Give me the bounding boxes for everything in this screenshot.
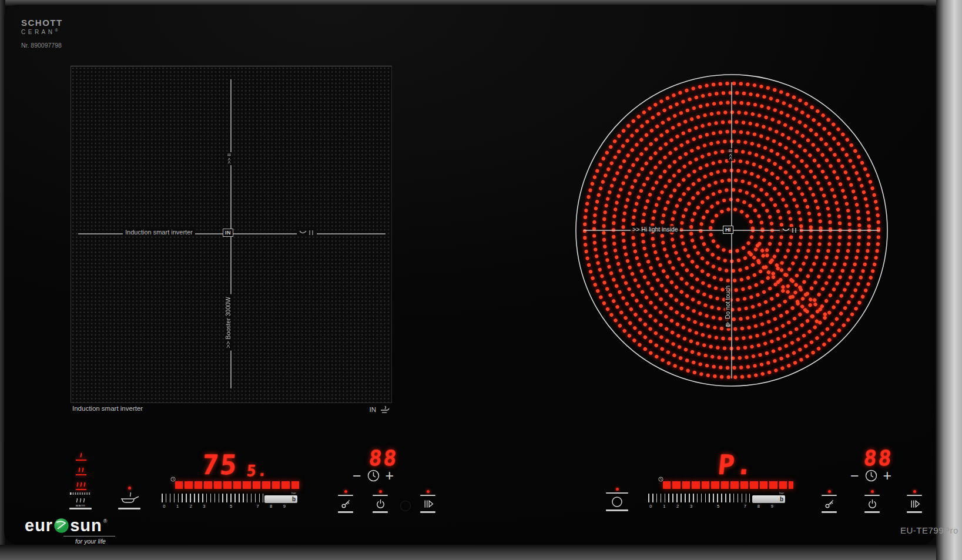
timer-minus-button[interactable]: −	[850, 468, 859, 483]
left-timer-controls: − +	[353, 468, 394, 483]
steam-icon	[73, 495, 88, 503]
scale-number: 9	[283, 504, 286, 509]
scale-number: 9	[771, 504, 773, 509]
warm-top-bar	[70, 492, 91, 495]
auto-boil-button[interactable]	[115, 487, 143, 509]
power-bottom-bar	[864, 511, 880, 513]
boil-bottom-bar	[118, 508, 140, 509]
radiant-zone[interactable]: >> Hi light inside HI >> II Do not touch	[574, 73, 889, 388]
scale-number: 8	[270, 504, 272, 509]
induction-zone[interactable]: Induction smart inverter IN >> II >> Boo…	[71, 66, 392, 403]
bezel-bottom	[0, 545, 962, 560]
pan-symbol-icon	[780, 227, 800, 234]
left-timer-display: 88	[368, 448, 399, 469]
power-led	[379, 490, 382, 493]
right-power-scale[interactable]: bar b 01235789	[646, 494, 786, 509]
left-lock-button[interactable]	[334, 490, 357, 513]
zone-bottom-label: Induction smart inverter	[72, 405, 143, 412]
right-lock-button[interactable]	[817, 490, 841, 513]
lock-led	[344, 490, 347, 493]
logo-swirl-icon	[53, 518, 69, 534]
key-icon	[340, 498, 352, 510]
logo-text-pre: eur	[25, 517, 53, 534]
power-icon	[866, 498, 879, 510]
left-power-scale[interactable]: bar b 01235789	[160, 494, 299, 509]
logo-tagline: for your life	[75, 538, 115, 545]
zone-bottom-right: IN	[370, 405, 391, 414]
do-not-touch-label: Do not touch	[725, 286, 731, 319]
left-power-display: 75	[201, 451, 240, 478]
booster-pad[interactable]: bar b	[264, 495, 297, 503]
residual-heat-indicators	[73, 450, 89, 491]
sensor-dot	[400, 501, 411, 511]
booster-note: bar	[291, 491, 296, 495]
scale-number: 7	[744, 504, 746, 509]
scale-number: 3	[203, 504, 205, 509]
scale-number: 8	[757, 504, 760, 509]
clock-icon[interactable]	[367, 469, 380, 482]
right-power-button[interactable]	[860, 490, 884, 513]
zone-top-marker: >> II	[226, 152, 233, 165]
pan-flame-icon	[119, 491, 140, 507]
pause-top-bar	[907, 495, 922, 497]
power-led	[871, 490, 874, 493]
right-power-display: P.	[717, 451, 756, 478]
scale-ticks	[648, 494, 750, 502]
zone-inline-label: Induction smart inverter	[123, 229, 195, 236]
zone-select-top-bar	[606, 492, 628, 494]
right-power-bar[interactable]	[663, 481, 793, 489]
lock-led	[828, 490, 831, 493]
left-power-button[interactable]	[368, 490, 392, 513]
pan-detection-icon	[380, 405, 390, 414]
logo-text-post: sun	[70, 517, 102, 534]
zone-top-marker: >> II	[728, 148, 734, 161]
key-icon	[823, 498, 836, 510]
pause-led	[913, 490, 916, 493]
pause-led	[427, 490, 430, 493]
scale-labels: 01235789	[162, 503, 291, 509]
heat-level-1-icon	[73, 450, 89, 462]
hotplate-circle-icon	[611, 495, 624, 508]
lock-top-bar	[822, 495, 837, 497]
clock-icon[interactable]	[864, 469, 878, 482]
scale-labels: 01235789	[649, 503, 779, 509]
pan-symbol-icon	[297, 229, 317, 236]
power-bottom-bar	[373, 511, 388, 513]
pause-top-bar	[420, 495, 435, 497]
lock-bottom-bar	[338, 511, 353, 513]
do-not-touch-warning: Do not touch	[725, 284, 731, 328]
keep-warm-button[interactable]: warm	[69, 492, 92, 509]
lock-top-bar	[338, 495, 353, 497]
scale-number: 0	[163, 504, 165, 509]
left-display-sub: 5.	[246, 463, 270, 478]
right-pause-button[interactable]	[903, 490, 926, 513]
timer-plus-button[interactable]: +	[883, 468, 892, 483]
pause-bottom-bar	[907, 511, 922, 513]
left-pause-button[interactable]	[416, 490, 440, 513]
timer-minus-button[interactable]: −	[353, 468, 361, 483]
heat-level-3-icon	[73, 479, 89, 491]
power-top-bar	[864, 495, 880, 497]
boil-led	[128, 487, 131, 489]
pause-play-icon	[422, 498, 434, 510]
booster-note: bar	[779, 491, 784, 495]
timer-plus-button[interactable]: +	[386, 468, 394, 483]
right-timer-controls: − +	[850, 468, 891, 483]
scale-number: 7	[256, 504, 259, 509]
zone-select-button[interactable]	[604, 488, 630, 511]
booster-label: b	[780, 497, 783, 502]
pause-play-icon	[909, 498, 921, 510]
pause-bottom-bar	[420, 511, 435, 513]
warm-label: warm	[76, 504, 86, 507]
registered-mark: ®	[55, 28, 58, 32]
cooktop-product-photo: SCHOTT CERAN® Nr. 890097798 Induction sm…	[0, 0, 962, 560]
booster-label: >> Booster 3000W	[224, 294, 232, 351]
scale-number: 1	[176, 504, 179, 509]
scale-number: 1	[663, 504, 665, 509]
bezel-right	[936, 0, 962, 560]
left-power-bar[interactable]	[175, 481, 301, 489]
booster-pad[interactable]: bar b	[752, 495, 785, 503]
scale-number: 5	[717, 504, 719, 509]
tagline-rule	[63, 536, 115, 536]
in-label: IN	[370, 406, 377, 413]
